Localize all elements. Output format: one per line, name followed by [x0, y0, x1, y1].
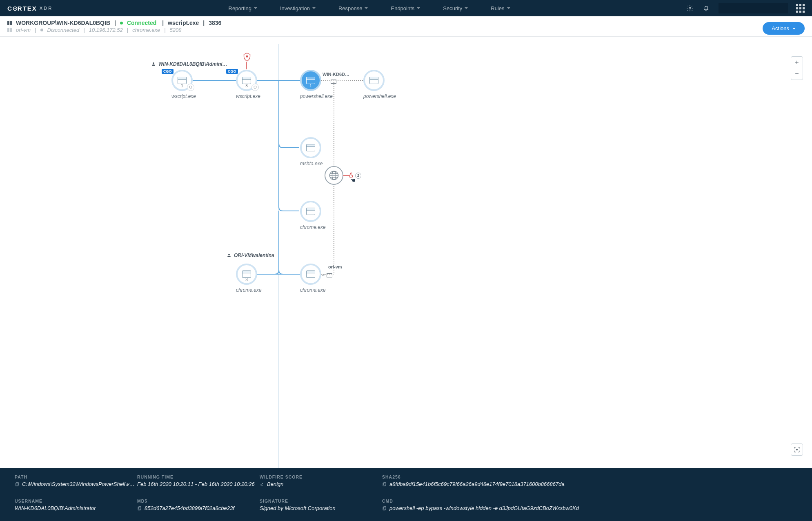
copy-icon[interactable]	[15, 481, 20, 487]
nav-reporting[interactable]: Reporting	[229, 5, 257, 11]
detail-cmd: CMD powershell -ep bypass -windowstyle h…	[382, 499, 797, 514]
process-icon	[369, 77, 378, 84]
windows-icon	[7, 28, 12, 32]
context-secondary-status: Disconnected	[47, 27, 80, 33]
detail-signature: SIGNATURE Signed by Microsoft Corporatio…	[260, 499, 382, 514]
detail-wildfire: WILDFIRE SCORE Benign	[260, 474, 382, 490]
chevron-down-icon	[465, 7, 468, 9]
detail-sha256: SHA256 a8fdba9df15e41b6f5c69c79f66a26a9d…	[382, 474, 797, 490]
node-chrome-bottom-2[interactable]: chrome.exe	[300, 264, 321, 293]
svg-rect-25	[383, 507, 385, 510]
context-primary-host: WORKGROUP\WIN-KD6DAL0BQIB	[16, 20, 110, 26]
cgo-badge: CGO	[226, 69, 238, 74]
svg-rect-24	[384, 506, 386, 510]
host-glyph-bottom	[327, 272, 332, 279]
graph-edges	[0, 44, 812, 468]
detail-path: PATH C:\Windows\System32\WindowsPowerShe…	[15, 474, 137, 490]
windows-icon	[7, 21, 12, 25]
bell-icon[interactable]	[702, 4, 710, 12]
cursor-icon: ☚	[350, 177, 356, 184]
threat-shield-icon[interactable]	[243, 52, 251, 64]
svg-rect-22	[139, 506, 141, 510]
copy-icon[interactable]	[137, 505, 142, 511]
globe-icon	[328, 170, 340, 181]
node-wscript-1[interactable]: CGO 1 wscript.exe	[171, 70, 193, 99]
status-dot-disconnected	[40, 29, 43, 31]
causality-canvas[interactable]: + − WIN-KD6DAL0BQIB\A	[0, 44, 812, 468]
topnav: CRTEX XDR Reporting Investigation Respon…	[0, 0, 812, 16]
svg-rect-23	[138, 507, 140, 510]
nav-investigation[interactable]: Investigation	[280, 5, 316, 11]
process-icon	[242, 77, 251, 84]
nav-response[interactable]: Response	[338, 5, 368, 11]
chevron-down-icon	[507, 7, 510, 9]
context-secondary-host: ori-vm	[16, 27, 31, 33]
detail-md5: MD5 852d67a27e454bd389fa7f02a8cbe23f	[137, 499, 260, 514]
context-bar: WORKGROUP\WIN-KD6DAL0BQIB | Connected | …	[0, 16, 812, 37]
process-icon	[178, 77, 187, 84]
apps-grid-icon[interactable]	[796, 4, 805, 13]
node-mshta[interactable]: mshta.exe	[300, 137, 321, 166]
brand-logo: CRTEX XDR	[7, 5, 53, 12]
chevron-down-icon	[365, 7, 368, 9]
chevron-down-icon	[312, 7, 316, 9]
node-network[interactable]	[325, 166, 343, 185]
process-icon	[306, 77, 315, 84]
brand-suffix: XDR	[40, 6, 53, 11]
process-icon	[306, 208, 315, 215]
gear-icon[interactable]	[686, 4, 694, 12]
share-icon[interactable]	[260, 481, 265, 487]
nav-security[interactable]: Security	[443, 5, 468, 11]
alert-count: 2	[355, 173, 361, 179]
nav-endpoints[interactable]: Endpoints	[391, 5, 420, 11]
user-menu[interactable]	[719, 3, 788, 13]
actions-button[interactable]: Actions	[763, 22, 805, 35]
svg-point-12	[246, 55, 248, 58]
nav-rules[interactable]: Rules	[491, 5, 510, 11]
nav-right	[686, 3, 805, 13]
shield-badge-icon	[251, 84, 259, 91]
detail-running-time: RUNNING TIME Feb 16th 2020 10:20:11 - Fe…	[137, 474, 260, 490]
cgo-badge: CGO	[162, 69, 174, 74]
chevron-down-icon	[254, 7, 257, 9]
svg-point-2	[689, 7, 691, 9]
svg-rect-18	[16, 482, 19, 486]
node-wscript-2[interactable]: CGO 3 wscript.exe	[236, 70, 257, 99]
process-icon	[306, 144, 315, 151]
context-secondary-process: chrome.exe	[132, 27, 160, 33]
process-icon	[306, 270, 315, 278]
brand-name: CRTEX	[7, 5, 37, 12]
context-secondary-pid: 5208	[170, 27, 182, 33]
context-secondary-ip: 10.196.172.52	[89, 27, 123, 33]
node-powershell-1[interactable]: 1 powershell.exe	[300, 70, 321, 99]
svg-rect-21	[383, 483, 385, 486]
svg-rect-19	[16, 483, 18, 486]
node-chrome-mid[interactable]: chrome.exe	[300, 201, 321, 230]
context-secondary: ori-vm | Disconnected | 10.196.172.52 | …	[7, 27, 805, 33]
node-powershell-2[interactable]: powershell.exe	[363, 70, 385, 99]
copy-icon[interactable]	[382, 505, 387, 511]
host-glyph-top	[331, 78, 336, 85]
detail-username: USERNAME WIN-KD6DAL0BQIB\Administrator	[15, 499, 137, 514]
host-label-top: WIN-KD6D…	[323, 72, 349, 77]
node-chrome-bottom-1[interactable]: 3 chrome.exe	[236, 264, 257, 293]
host-label-bottom: ori-vm	[328, 264, 342, 269]
user-label-top: WIN-KD6DAL0BQIB\Admini…	[151, 61, 227, 67]
chevron-down-icon	[417, 7, 420, 9]
context-primary-status: Connected	[127, 20, 156, 26]
status-dot-connected	[120, 22, 123, 24]
nav-center: Reporting Investigation Response Endpoin…	[53, 5, 686, 11]
shield-badge-icon	[187, 84, 194, 91]
copy-icon[interactable]	[382, 481, 387, 487]
details-panel: PATH C:\Windows\System32\WindowsPowerShe…	[0, 468, 812, 521]
context-primary-pid: 3836	[209, 20, 221, 26]
svg-point-1	[14, 8, 16, 9]
context-primary-process: wscript.exe	[168, 20, 199, 26]
chevron-down-icon	[792, 28, 796, 29]
process-icon	[242, 270, 251, 278]
user-label-bottom: ORI-VM\valentina	[227, 253, 274, 258]
context-primary: WORKGROUP\WIN-KD6DAL0BQIB | Connected | …	[7, 20, 805, 26]
svg-rect-20	[384, 482, 386, 486]
